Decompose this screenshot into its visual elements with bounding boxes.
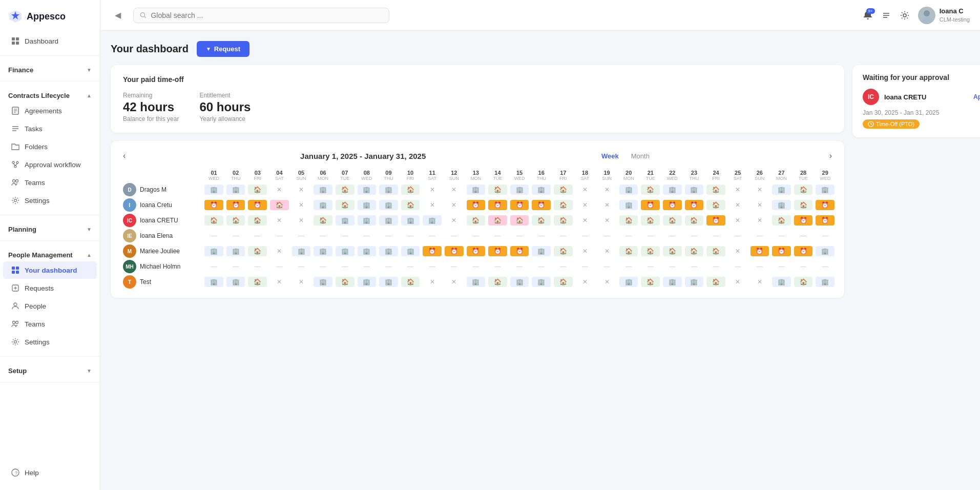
calendar-cell[interactable]: ⏰ bbox=[639, 197, 661, 213]
sidebar-section-contracts[interactable]: Contracts Lifecycle ▲ bbox=[0, 87, 100, 101]
calendar-cell[interactable]: ✕ bbox=[596, 243, 618, 259]
calendar-cell[interactable]: — bbox=[487, 228, 509, 243]
sidebar-item-your-dashboard[interactable]: Your dashboard bbox=[3, 261, 97, 279]
sidebar-item-folders[interactable]: Folders bbox=[3, 138, 97, 155]
calendar-cell[interactable]: ⏰ bbox=[225, 197, 247, 213]
calendar-cell[interactable]: 🏠 bbox=[639, 213, 661, 228]
calendar-cell[interactable]: ✕ bbox=[749, 197, 771, 213]
calendar-cell[interactable]: 🏢 bbox=[378, 243, 400, 259]
calendar-cell[interactable]: 🏢 bbox=[465, 274, 487, 290]
calendar-cell[interactable]: ⏰ bbox=[793, 213, 815, 228]
sidebar-item-approval-workflow[interactable]: Approval workflow bbox=[3, 156, 97, 173]
calendar-cell[interactable]: ✕ bbox=[443, 182, 465, 197]
calendar-cell[interactable]: ✕ bbox=[290, 213, 312, 228]
calendar-cell[interactable]: — bbox=[509, 228, 531, 243]
calendar-cell[interactable]: ✕ bbox=[727, 213, 749, 228]
calendar-cell[interactable]: ✕ bbox=[443, 197, 465, 213]
calendar-cell[interactable]: — bbox=[793, 228, 815, 243]
sidebar-section-people-mgmt[interactable]: People Management ▲ bbox=[0, 246, 100, 261]
calendar-cell[interactable]: — bbox=[356, 228, 378, 243]
calendar-cell[interactable]: 🏠 bbox=[312, 213, 334, 228]
calendar-cell[interactable]: — bbox=[574, 259, 596, 274]
calendar-cell[interactable]: ✕ bbox=[421, 274, 443, 290]
calendar-cell[interactable]: — bbox=[814, 228, 836, 243]
search-input[interactable] bbox=[151, 11, 383, 19]
calendar-cell[interactable]: 🏢 bbox=[378, 182, 400, 197]
sidebar-item-settings-pm[interactable]: Settings bbox=[3, 333, 97, 351]
calendar-cell[interactable]: ✕ bbox=[574, 213, 596, 228]
calendar-cell[interactable]: 🏢 bbox=[378, 274, 400, 290]
calendar-cell[interactable]: 🏠 bbox=[487, 274, 509, 290]
calendar-cell[interactable]: 🏠 bbox=[530, 213, 552, 228]
calendar-cell[interactable]: 🏠 bbox=[246, 274, 268, 290]
calendar-cell[interactable]: 🏠 bbox=[487, 182, 509, 197]
calendar-cell[interactable]: 🏠 bbox=[268, 197, 290, 213]
calendar-cell[interactable]: — bbox=[530, 259, 552, 274]
calendar-cell[interactable]: ⏰ bbox=[814, 213, 836, 228]
calendar-cell[interactable]: — bbox=[356, 259, 378, 274]
calendar-cell[interactable]: 🏢 bbox=[683, 274, 705, 290]
calendar-cell[interactable]: ✕ bbox=[596, 274, 618, 290]
calendar-cell[interactable]: 🏠 bbox=[400, 274, 422, 290]
calendar-cell[interactable]: 🏠 bbox=[683, 213, 705, 228]
calendar-cell[interactable]: ✕ bbox=[443, 274, 465, 290]
app-logo[interactable]: Appesco bbox=[0, 0, 100, 30]
calendar-prev-button[interactable]: ‹ bbox=[119, 149, 130, 162]
sidebar-section-planning[interactable]: Planning ▼ bbox=[0, 220, 100, 235]
calendar-cell[interactable]: 🏠 bbox=[552, 197, 574, 213]
calendar-cell[interactable]: — bbox=[400, 228, 422, 243]
calendar-cell[interactable]: 🏠 bbox=[618, 243, 640, 259]
calendar-cell[interactable]: 🏠 bbox=[400, 182, 422, 197]
sidebar-section-setup[interactable]: Setup ▼ bbox=[0, 362, 100, 377]
calendar-cell[interactable]: — bbox=[203, 259, 225, 274]
sidebar-item-people[interactable]: People bbox=[3, 297, 97, 315]
calendar-cell[interactable]: — bbox=[552, 228, 574, 243]
calendar-cell[interactable]: 🏢 bbox=[770, 274, 793, 290]
calendar-cell[interactable]: 🏢 bbox=[225, 243, 247, 259]
calendar-cell[interactable]: 🏠 bbox=[705, 243, 727, 259]
calendar-cell[interactable]: ✕ bbox=[749, 213, 771, 228]
calendar-cell[interactable]: ⏰ bbox=[661, 197, 683, 213]
calendar-cell[interactable]: — bbox=[465, 259, 487, 274]
calendar-cell[interactable]: — bbox=[268, 259, 290, 274]
calendar-cell[interactable]: 🏢 bbox=[661, 274, 683, 290]
calendar-cell[interactable]: ⏰ bbox=[749, 243, 771, 259]
calendar-cell[interactable]: 🏠 bbox=[552, 274, 574, 290]
calendar-cell[interactable]: ✕ bbox=[749, 182, 771, 197]
calendar-cell[interactable]: 🏠 bbox=[509, 213, 531, 228]
calendar-cell[interactable]: 🏠 bbox=[705, 274, 727, 290]
calendar-cell[interactable]: ⏰ bbox=[203, 197, 225, 213]
calendar-cell[interactable]: — bbox=[661, 259, 683, 274]
calendar-cell[interactable]: 🏠 bbox=[793, 274, 815, 290]
calendar-cell[interactable]: — bbox=[793, 259, 815, 274]
calendar-cell[interactable]: ⏰ bbox=[509, 243, 531, 259]
calendar-cell[interactable]: 🏢 bbox=[683, 182, 705, 197]
calendar-cell[interactable]: 🏢 bbox=[400, 243, 422, 259]
calendar-cell[interactable]: — bbox=[683, 259, 705, 274]
calendar-cell[interactable]: ✕ bbox=[290, 197, 312, 213]
calendar-cell[interactable]: 🏠 bbox=[465, 213, 487, 228]
calendar-cell[interactable]: — bbox=[661, 228, 683, 243]
calendar-cell[interactable]: 🏠 bbox=[683, 243, 705, 259]
calendar-cell[interactable]: 🏢 bbox=[312, 243, 334, 259]
calendar-cell[interactable]: ⏰ bbox=[487, 197, 509, 213]
calendar-cell[interactable]: 🏠 bbox=[661, 213, 683, 228]
calendar-cell[interactable]: — bbox=[727, 228, 749, 243]
calendar-cell[interactable]: 🏠 bbox=[334, 274, 356, 290]
calendar-cell[interactable]: 🏢 bbox=[530, 182, 552, 197]
calendar-cell[interactable]: ⏰ bbox=[465, 243, 487, 259]
calendar-cell[interactable]: 🏢 bbox=[770, 182, 793, 197]
calendar-cell[interactable]: — bbox=[378, 259, 400, 274]
sidebar-item-teams-pm[interactable]: Teams bbox=[3, 315, 97, 333]
calendar-cell[interactable]: ⏰ bbox=[793, 243, 815, 259]
calendar-cell[interactable]: — bbox=[443, 259, 465, 274]
calendar-cell[interactable]: ✕ bbox=[290, 274, 312, 290]
calendar-cell[interactable]: — bbox=[770, 259, 793, 274]
calendar-cell[interactable]: ⏰ bbox=[509, 197, 531, 213]
calendar-cell[interactable]: — bbox=[770, 228, 793, 243]
calendar-cell[interactable]: ✕ bbox=[290, 182, 312, 197]
calendar-cell[interactable]: ✕ bbox=[268, 182, 290, 197]
calendar-cell[interactable]: — bbox=[421, 228, 443, 243]
tasks-button[interactable] bbox=[881, 10, 891, 21]
sidebar-item-help[interactable]: ? Help bbox=[3, 464, 97, 481]
